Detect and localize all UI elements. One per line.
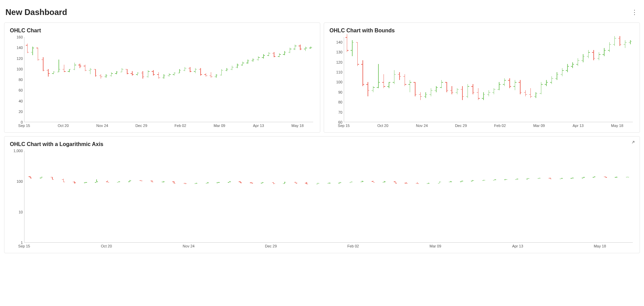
x-tick-label: Nov 24 [183, 244, 194, 248]
ohlc-bar [609, 42, 610, 52]
x-tick-label: Sep 15 [338, 124, 350, 128]
ohlc-bar [284, 51, 285, 55]
ohlc-bar [625, 40, 626, 48]
dashboard: New Dashboard ⋮ OHLC Chart 0204060801001… [0, 0, 644, 260]
x-tick-label: Feb 02 [347, 244, 359, 248]
panel-ohlc-bounds: OHLC Chart with Bounds 60708090100110120… [324, 22, 640, 133]
ohlc-bar [164, 74, 164, 79]
ohlc-bar [394, 70, 395, 84]
x-tick-label: Sep 15 [18, 244, 30, 248]
x-tick-label: Mar 09 [214, 124, 225, 128]
x-tick-label: Oct 20 [58, 124, 69, 128]
ohlc-bar [38, 48, 38, 61]
y-tick-label: 130 [336, 50, 342, 54]
x-tick-label: Apr 13 [512, 244, 523, 248]
ohlc-bar [347, 34, 348, 52]
y-tick-label: 80 [338, 100, 342, 104]
ohlc-bar [599, 52, 599, 60]
panel-title: OHLC Chart [10, 28, 315, 34]
ohlc-bar [357, 42, 358, 66]
ohlc-bar [552, 76, 552, 84]
y-tick-label: 100 [17, 179, 23, 183]
y-tick-label: 10 [19, 210, 23, 214]
ohlc-bar [578, 58, 578, 66]
expand-icon[interactable] [631, 140, 635, 146]
ohlc-bar [378, 64, 379, 88]
y-tick-label: 40 [19, 99, 23, 103]
panel-title: OHLC Chart with Bounds [329, 28, 634, 34]
x-tick-label: Dec 29 [455, 124, 467, 128]
ohlc-bar [604, 48, 605, 56]
x-tick-label: Mar 09 [429, 244, 441, 248]
y-tick-label: 110 [336, 70, 342, 74]
x-tick-label: May 18 [594, 244, 606, 248]
ohlc-bar [567, 64, 568, 72]
ohlc-bar [504, 78, 505, 86]
ohlc-bar [279, 53, 280, 58]
y-tick-label: 1,000 [13, 149, 23, 153]
x-tick-label: Mar 09 [533, 124, 545, 128]
ohlc-bar [185, 67, 185, 71]
page-title: New Dashboard [5, 7, 67, 17]
ohlc-bar [557, 72, 557, 80]
ohlc-bar [425, 92, 426, 98]
ohlc-bar [562, 68, 563, 76]
y-tick-label: 90 [338, 90, 342, 94]
ohlc-bar [58, 60, 59, 73]
y-tick-label: 70 [338, 110, 342, 114]
y-tick-label: 100 [336, 80, 342, 84]
x-tick-label: Dec 29 [265, 244, 277, 248]
panel-ohlc: OHLC Chart 020406080100120140160Sep 15Oc… [4, 22, 320, 133]
ohlc-bar [483, 92, 484, 100]
chart-ohlc[interactable]: 020406080100120140160Sep 15Oct 20Nov 24D… [10, 37, 315, 129]
y-tick-label: 60 [19, 88, 23, 92]
ohlc-bar [614, 36, 615, 46]
ohlc-bar [43, 57, 44, 71]
ohlc-bar [111, 72, 112, 77]
ohlc-bar [525, 90, 526, 96]
ohlc-bar [226, 68, 227, 71]
ohlc-bar [248, 60, 248, 64]
dashboard-header: New Dashboard ⋮ [4, 3, 640, 22]
ohlc-bar [305, 47, 306, 51]
x-tick-label: Sep 15 [18, 124, 30, 128]
ohlc-bar [27, 44, 28, 53]
ohlc-bar [441, 80, 442, 88]
ohlc-bar [232, 66, 233, 70]
y-tick-label: 120 [17, 57, 23, 61]
x-tick-label: Feb 02 [174, 124, 186, 128]
chart-ohlc-bounds[interactable]: 60708090100110120130140Sep 15Oct 20Nov 2… [329, 37, 634, 129]
ohlc-bar [237, 64, 238, 68]
y-tick-label: 80 [19, 78, 23, 82]
x-tick-label: Nov 24 [416, 124, 428, 128]
ohlc-bar [179, 69, 180, 74]
x-tick-label: Dec 29 [135, 124, 147, 128]
ohlc-bar [169, 73, 170, 76]
ohlc-bar [106, 74, 106, 77]
ohlc-bar [74, 63, 75, 70]
panel-ohlc-log: OHLC Chart with a Logarithmic Axis 11010… [4, 136, 640, 253]
top-row: OHLC Chart 020406080100120140160Sep 15Oc… [4, 22, 640, 133]
y-tick-label: 120 [336, 60, 342, 64]
ohlc-bar [368, 82, 368, 96]
ohlc-bar [258, 56, 259, 61]
ohlc-bar [362, 60, 363, 86]
x-tick-label: Oct 20 [377, 124, 388, 128]
ohlc-bar [572, 62, 573, 68]
y-tick-label: 20 [19, 110, 23, 114]
ohlc-bar [462, 86, 463, 100]
ohlc-bar [431, 88, 431, 96]
x-tick-label: May 18 [611, 124, 623, 128]
x-tick-label: Nov 24 [96, 124, 108, 128]
ohlc-bar [452, 86, 452, 94]
chart-ohlc-log[interactable]: 1101001,000Sep 15Oct 20Nov 24Dec 29Feb 0… [10, 151, 634, 249]
bottom-row: OHLC Chart with a Logarithmic Axis 11010… [4, 136, 640, 253]
ohlc-bar [48, 69, 49, 77]
ohlc-bar [389, 82, 389, 88]
more-menu-icon[interactable]: ⋮ [630, 8, 639, 16]
ohlc-bar [242, 62, 243, 66]
x-tick-label: Apr 13 [573, 124, 583, 128]
ohlc-bar [515, 80, 515, 90]
ohlc-bar [253, 59, 253, 62]
ohlc-bar [206, 73, 206, 76]
